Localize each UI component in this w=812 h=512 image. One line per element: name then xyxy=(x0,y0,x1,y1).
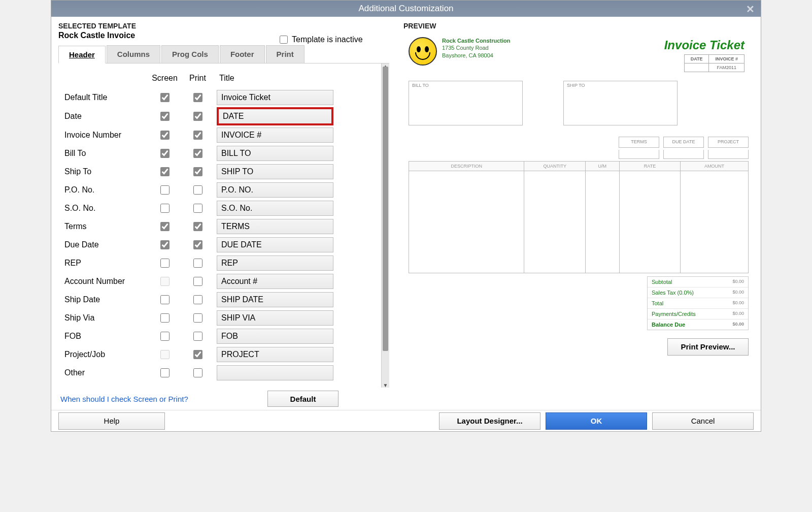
tab-footer[interactable]: Footer xyxy=(220,45,265,63)
preview-label: PREVIEW xyxy=(403,22,754,30)
terms-value xyxy=(663,150,704,159)
help-link[interactable]: When should I check Screen or Print? xyxy=(58,389,190,409)
title-input[interactable] xyxy=(217,292,333,307)
totals-label: Subtotal xyxy=(652,279,672,285)
title-input[interactable] xyxy=(217,182,333,198)
inactive-row: Template is inactive xyxy=(280,35,363,44)
title-input[interactable] xyxy=(217,219,333,234)
totals-row: Total$0.00 xyxy=(648,298,748,309)
print-col-header: Print xyxy=(181,74,214,83)
tab-prog-cols[interactable]: Prog Cols xyxy=(161,45,219,63)
screen-checkbox[interactable] xyxy=(160,295,170,304)
invoice-title: Invoice Ticket xyxy=(664,38,745,52)
totals-value: $0.00 xyxy=(732,322,744,328)
footer-bar: Help Layout Designer... OK Cancel xyxy=(51,410,761,431)
print-checkbox[interactable] xyxy=(193,259,202,268)
field-row: Bill To xyxy=(64,145,366,162)
cancel-button[interactable]: Cancel xyxy=(652,412,754,430)
title-input[interactable] xyxy=(217,365,333,380)
field-label: Ship To xyxy=(64,167,148,176)
ship-to-box: SHIP TO xyxy=(563,81,678,125)
field-row: Ship To xyxy=(64,163,366,180)
screen-checkbox[interactable] xyxy=(160,240,170,249)
tab-header[interactable]: Header xyxy=(58,46,106,63)
print-preview-button[interactable]: Print Preview... xyxy=(667,338,749,356)
print-checkbox[interactable] xyxy=(193,167,202,176)
print-checkbox[interactable] xyxy=(193,240,202,249)
screen-checkbox[interactable] xyxy=(160,112,170,121)
totals-label: Sales Tax (0.0%) xyxy=(652,290,694,296)
dialog-title: Additional Customization xyxy=(358,4,453,14)
screen-checkbox[interactable] xyxy=(160,277,170,286)
print-checkbox[interactable] xyxy=(193,277,202,286)
print-checkbox[interactable] xyxy=(193,313,202,323)
tab-columns[interactable]: Columns xyxy=(107,45,160,63)
ok-button[interactable]: OK xyxy=(546,412,647,430)
title-input[interactable] xyxy=(217,237,333,252)
template-inactive-label: Template is inactive xyxy=(292,35,363,44)
field-label: Ship Via xyxy=(64,313,148,323)
totals-box: Subtotal$0.00Sales Tax (0.0%)$0.00Total$… xyxy=(647,276,749,330)
screen-checkbox[interactable] xyxy=(160,350,170,359)
scrollbar-thumb[interactable] xyxy=(383,67,388,351)
title-input[interactable] xyxy=(217,329,333,344)
screen-checkbox[interactable] xyxy=(160,368,170,377)
screen-checkbox[interactable] xyxy=(160,332,170,341)
left-panel: SELECTED TEMPLATE Rock Castle Invoice Te… xyxy=(51,17,396,410)
terms-header: DUE DATE xyxy=(663,137,704,148)
screen-checkbox[interactable] xyxy=(160,185,170,195)
print-checkbox[interactable] xyxy=(193,332,202,341)
invoice-small-table: DATEINVOICE # FAM2011 xyxy=(684,54,745,72)
title-input[interactable] xyxy=(217,146,333,161)
print-checkbox[interactable] xyxy=(193,295,202,304)
scrollbar[interactable]: ▲ ▼ xyxy=(381,63,389,388)
template-inactive-checkbox[interactable] xyxy=(280,36,288,44)
print-checkbox[interactable] xyxy=(193,350,202,359)
field-label: Terms xyxy=(64,222,148,231)
title-input[interactable] xyxy=(217,127,333,143)
print-checkbox[interactable] xyxy=(193,204,202,213)
screen-checkbox[interactable] xyxy=(160,259,170,268)
totals-row: Payments/Credits$0.00 xyxy=(648,309,748,319)
title-input[interactable] xyxy=(217,164,333,179)
title-input[interactable] xyxy=(217,107,333,125)
default-button[interactable]: Default xyxy=(267,391,339,407)
columns-header: Screen Print Title xyxy=(64,74,366,83)
close-icon[interactable]: ✕ xyxy=(746,3,755,15)
title-input[interactable] xyxy=(217,310,333,326)
totals-value: $0.00 xyxy=(732,300,744,306)
title-input[interactable] xyxy=(217,274,333,289)
title-input[interactable] xyxy=(217,347,333,362)
field-label: Invoice Number xyxy=(64,131,148,140)
field-label: Project/Job xyxy=(64,350,148,359)
company-name: Rock Castle Construction xyxy=(442,37,510,44)
titlebar: Additional Customization ✕ xyxy=(51,1,761,17)
terms-value xyxy=(619,150,659,159)
print-checkbox[interactable] xyxy=(193,112,202,121)
screen-checkbox[interactable] xyxy=(160,149,170,158)
print-checkbox[interactable] xyxy=(193,131,202,140)
print-checkbox[interactable] xyxy=(193,149,202,158)
title-input[interactable] xyxy=(217,255,333,271)
print-checkbox[interactable] xyxy=(193,185,202,195)
screen-checkbox[interactable] xyxy=(160,131,170,140)
line-cell xyxy=(524,171,585,273)
invno-label: INVOICE # xyxy=(709,55,745,63)
print-checkbox[interactable] xyxy=(193,93,202,102)
title-input[interactable] xyxy=(217,90,333,105)
screen-checkbox[interactable] xyxy=(160,167,170,176)
layout-designer-button[interactable]: Layout Designer... xyxy=(439,412,540,430)
scroll-down-arrow[interactable]: ▼ xyxy=(382,381,389,388)
screen-checkbox[interactable] xyxy=(160,222,170,231)
totals-row: Subtotal$0.00 xyxy=(648,277,748,287)
screen-checkbox[interactable] xyxy=(160,313,170,323)
totals-value: $0.00 xyxy=(732,311,744,317)
screen-checkbox[interactable] xyxy=(160,93,170,102)
title-input[interactable] xyxy=(217,201,333,216)
screen-checkbox[interactable] xyxy=(160,204,170,213)
tab-print[interactable]: Print xyxy=(266,45,304,63)
print-checkbox[interactable] xyxy=(193,222,202,231)
help-button[interactable]: Help xyxy=(58,412,165,430)
field-row: Ship Via xyxy=(64,309,366,327)
print-checkbox[interactable] xyxy=(193,368,202,377)
